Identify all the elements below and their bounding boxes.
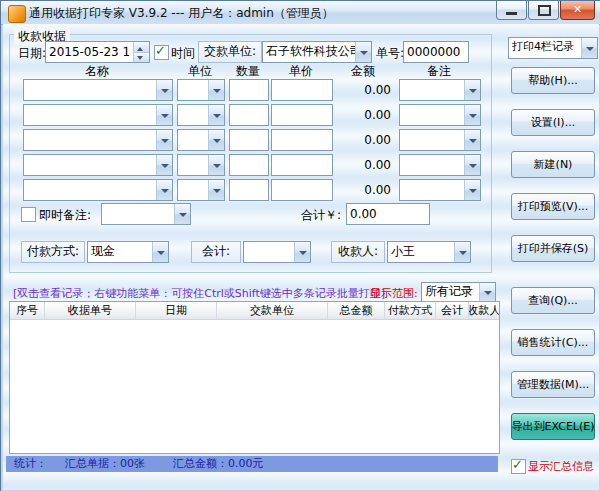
new-button[interactable]: 新建(N) (511, 151, 595, 178)
th-payer[interactable]: 交款单位 (217, 302, 328, 319)
item-price-value[interactable] (272, 180, 332, 200)
instant-note-checkbox[interactable] (21, 207, 36, 222)
dropdown-arrow-icon[interactable] (208, 105, 224, 125)
item-unit-select[interactable] (177, 154, 225, 176)
settings-button[interactable]: 设置(I)... (511, 109, 595, 136)
item-name-select[interactable] (23, 179, 173, 201)
item-unit-select[interactable] (177, 79, 225, 101)
dropdown-arrow-icon[interactable] (152, 242, 168, 262)
close-button[interactable] (560, 1, 595, 20)
item-name-select[interactable] (23, 104, 173, 126)
dropdown-arrow-icon[interactable] (156, 130, 172, 150)
th-date[interactable]: 日期 (136, 302, 217, 319)
dropdown-arrow-icon[interactable] (208, 155, 224, 175)
dropdown-arrow-icon[interactable] (454, 242, 470, 262)
item-price-value[interactable] (272, 105, 332, 125)
dropdown-arrow-icon[interactable] (464, 80, 480, 100)
item-qty-input[interactable] (229, 79, 269, 101)
item-price-input[interactable] (271, 129, 333, 151)
item-name-select[interactable] (23, 154, 173, 176)
window-title: 通用收据打印专家 V3.9.2 --- 用户名：admin（管理员） (29, 5, 334, 22)
dropdown-arrow-icon[interactable] (479, 283, 495, 301)
payee-select[interactable]: 小王 (387, 241, 471, 263)
dropdown-arrow-icon[interactable] (464, 155, 480, 175)
spinner-down-icon[interactable] (134, 52, 149, 63)
item-note-select[interactable] (399, 179, 481, 201)
spinner-up-icon[interactable] (134, 42, 149, 52)
item-price-input[interactable] (271, 104, 333, 126)
item-price-value[interactable] (272, 80, 332, 100)
sales-stats-button[interactable]: 销售统计(C)... (511, 329, 595, 356)
item-qty-input[interactable] (229, 154, 269, 176)
item-price-input[interactable] (271, 179, 333, 201)
item-price-value[interactable] (272, 155, 332, 175)
dropdown-arrow-icon[interactable] (156, 155, 172, 175)
th-index[interactable]: 序号 (10, 302, 45, 319)
item-qty-value[interactable] (230, 130, 268, 150)
item-name-select[interactable] (23, 79, 173, 101)
show-summary-checkbox[interactable] (511, 459, 526, 474)
item-unit-select[interactable] (177, 129, 225, 151)
number-value[interactable] (404, 42, 468, 62)
print-save-button[interactable]: 打印并保存(S) (511, 235, 595, 262)
help-button[interactable]: 帮助(H)... (511, 67, 595, 94)
dropdown-arrow-icon[interactable] (208, 180, 224, 200)
item-qty-value[interactable] (230, 180, 268, 200)
minimize-button[interactable] (496, 1, 527, 20)
print-mode-select[interactable]: 打印4栏记录 (508, 37, 598, 59)
dropdown-arrow-icon[interactable] (208, 80, 224, 100)
dropdown-arrow-icon[interactable] (156, 80, 172, 100)
item-note-select[interactable] (399, 79, 481, 101)
date-value[interactable] (46, 42, 133, 62)
export-excel-button[interactable]: 导出到EXCEL(E) (511, 413, 595, 440)
accountant-select[interactable] (243, 241, 311, 263)
records-list-body[interactable] (10, 320, 499, 453)
dropdown-arrow-icon[interactable] (464, 105, 480, 125)
time-checkbox[interactable] (154, 45, 169, 60)
dropdown-arrow-icon[interactable] (156, 180, 172, 200)
instant-note-select[interactable] (101, 203, 191, 225)
item-qty-value[interactable] (230, 105, 268, 125)
th-payment[interactable]: 付款方式 (385, 302, 436, 319)
payer-select[interactable]: 石子软件科技公司 (262, 41, 372, 63)
item-price-input[interactable] (271, 154, 333, 176)
dropdown-arrow-icon[interactable] (174, 204, 190, 224)
item-price-input[interactable] (271, 79, 333, 101)
print-preview-button[interactable]: 打印预览(V)... (511, 193, 595, 220)
payee-label: 收款人: (331, 241, 385, 263)
item-name-select[interactable] (23, 129, 173, 151)
th-receipt-number[interactable]: 收据单号 (45, 302, 136, 319)
item-qty-input[interactable] (229, 104, 269, 126)
th-accountant[interactable]: 会计 (436, 302, 469, 319)
date-spinner[interactable] (133, 42, 149, 62)
total-value[interactable] (347, 204, 429, 224)
item-qty-input[interactable] (229, 129, 269, 151)
item-note-select[interactable] (399, 154, 481, 176)
dropdown-arrow-icon[interactable] (464, 180, 480, 200)
dropdown-arrow-icon[interactable] (355, 42, 371, 62)
item-price-value[interactable] (272, 130, 332, 150)
payment-select[interactable]: 现金 (87, 241, 169, 263)
manage-data-button[interactable]: 管理数据(M)... (511, 371, 595, 398)
show-summary-label: 显示汇总信息 (528, 459, 594, 474)
th-payee[interactable]: 收款人 (469, 302, 499, 319)
number-input[interactable] (403, 41, 469, 63)
total-input[interactable] (346, 203, 430, 225)
dropdown-arrow-icon[interactable] (156, 105, 172, 125)
item-unit-select[interactable] (177, 179, 225, 201)
query-button[interactable]: 查询(Q)... (511, 287, 595, 314)
item-note-select[interactable] (399, 129, 481, 151)
item-qty-input[interactable] (229, 179, 269, 201)
item-qty-value[interactable] (230, 80, 268, 100)
item-qty-value[interactable] (230, 155, 268, 175)
maximize-button[interactable] (528, 1, 559, 20)
item-note-select[interactable] (399, 104, 481, 126)
dropdown-arrow-icon[interactable] (294, 242, 310, 262)
th-total[interactable]: 总金额 (328, 302, 385, 319)
date-input[interactable] (45, 41, 150, 63)
item-unit-select[interactable] (177, 104, 225, 126)
scope-select[interactable]: 所有记录 (421, 282, 496, 302)
dropdown-arrow-icon[interactable] (208, 130, 224, 150)
dropdown-arrow-icon[interactable] (464, 130, 480, 150)
dropdown-arrow-icon[interactable] (581, 38, 597, 58)
